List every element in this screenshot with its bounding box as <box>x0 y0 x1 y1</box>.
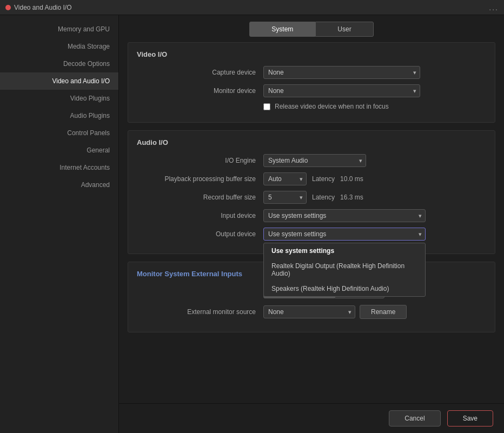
monitor-device-label: Monitor device <box>137 87 256 95</box>
external-monitor-row: External monitor source None Rename <box>137 305 486 319</box>
sidebar-item-media-storage[interactable]: Media Storage <box>0 38 118 55</box>
playback-buffer-row: Playback processing buffer size Auto Lat… <box>137 172 486 185</box>
output-device-dropdown: Use system settings Realtek Digital Outp… <box>263 243 426 297</box>
playback-buffer-select[interactable]: Auto <box>263 172 307 185</box>
input-device-row: Input device Use system settings <box>137 209 486 222</box>
record-buffer-row: Record buffer size 5 Latency 16.3 ms <box>137 191 486 204</box>
sidebar-item-internet-accounts[interactable]: Internet Accounts <box>0 159 118 176</box>
video-io-title: Video I/O <box>137 50 486 58</box>
external-monitor-select[interactable]: None <box>263 305 355 318</box>
cancel-button[interactable]: Cancel <box>389 410 440 427</box>
dropdown-item-system-settings[interactable]: Use system settings <box>264 243 425 258</box>
playback-buffer-label: Playback processing buffer size <box>137 175 256 183</box>
rename-button[interactable]: Rename <box>360 305 407 319</box>
dropdown-item-speakers[interactable]: Speakers (Realtek High Definition Audio) <box>264 281 425 296</box>
release-checkbox-label: Release video device when not in focus <box>275 103 389 110</box>
output-device-label: Output device <box>137 230 256 238</box>
audio-io-title: Audio I/O <box>137 138 486 146</box>
sidebar-item-advanced[interactable]: Advanced <box>0 176 118 194</box>
record-buffer-select[interactable]: 5 <box>263 191 307 204</box>
capture-device-select[interactable]: None <box>263 66 420 79</box>
input-device-select[interactable]: Use system settings <box>263 209 426 222</box>
output-device-select[interactable]: Use system settings <box>263 228 426 241</box>
sidebar-item-video-audio-io[interactable]: Video and Audio I/O <box>0 72 118 90</box>
bottom-bar: Cancel Save <box>119 403 504 433</box>
tab-system[interactable]: System <box>249 22 315 37</box>
tab-user[interactable]: User <box>315 22 373 37</box>
title-bar-title: Video and Audio I/O <box>14 4 72 11</box>
input-device-label: Input device <box>137 212 256 219</box>
audio-io-section: Audio I/O I/O Engine System Audio Playba… <box>128 130 495 254</box>
sidebar-item-video-plugins[interactable]: Video Plugins <box>0 90 118 107</box>
io-engine-select[interactable]: System Audio <box>263 154 366 167</box>
title-bar-dot <box>5 5 11 10</box>
monitor-device-row: Monitor device None <box>137 84 486 97</box>
top-tab-row: System User <box>119 15 504 42</box>
title-bar: Video and Audio I/O ... <box>0 0 504 15</box>
title-bar-controls[interactable]: ... <box>489 3 499 12</box>
playback-latency-value: 10.0 ms <box>340 175 363 183</box>
release-checkbox-row: Release video device when not in focus <box>263 103 486 110</box>
io-engine-label: I/O Engine <box>137 157 256 164</box>
playback-latency-label: Latency <box>312 175 335 183</box>
sidebar: Memory and GPU Media Storage Decode Opti… <box>0 15 119 433</box>
capture-device-label: Capture device <box>137 69 256 76</box>
save-button[interactable]: Save <box>447 410 493 427</box>
monitor-device-select[interactable]: None <box>263 84 420 97</box>
external-monitor-label: External monitor source <box>137 308 256 316</box>
sidebar-item-audio-plugins[interactable]: Audio Plugins <box>0 107 118 124</box>
sidebar-item-memory-gpu[interactable]: Memory and GPU <box>0 21 118 38</box>
release-checkbox[interactable] <box>263 103 270 110</box>
record-latency-label: Latency <box>312 194 335 201</box>
capture-device-row: Capture device None <box>137 66 486 79</box>
sidebar-item-decode-options[interactable]: Decode Options <box>0 55 118 72</box>
dropdown-item-realtek-digital[interactable]: Realtek Digital Output (Realtek High Def… <box>264 258 425 281</box>
record-latency-value: 16.3 ms <box>340 194 363 201</box>
video-io-section: Video I/O Capture device None Monitor de… <box>128 42 495 123</box>
sidebar-item-control-panels[interactable]: Control Panels <box>0 124 118 142</box>
io-engine-row: I/O Engine System Audio <box>137 154 486 167</box>
sidebar-item-general[interactable]: General <box>0 142 118 159</box>
output-device-row: Output device Use system settings Use sy… <box>137 228 486 241</box>
record-buffer-label: Record buffer size <box>137 194 256 201</box>
